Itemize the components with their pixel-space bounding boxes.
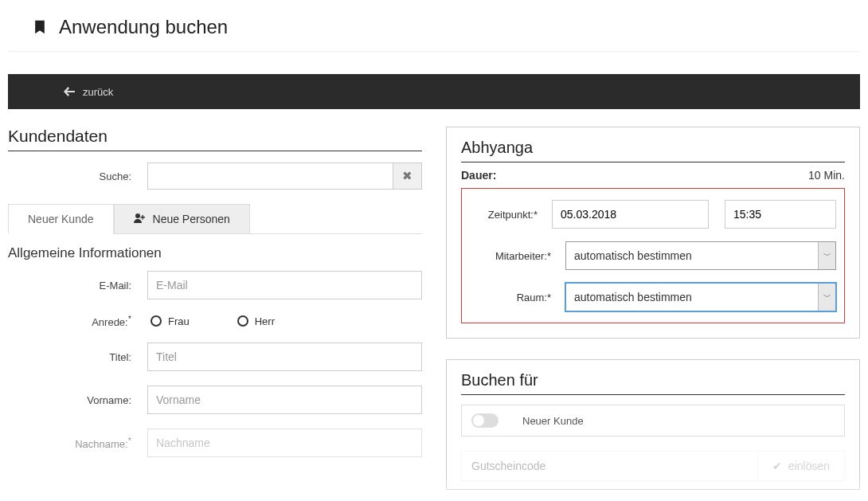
salutation-label: Anrede:* <box>8 314 147 328</box>
book-for-toggle-row: Neuer Kunde <box>461 405 845 436</box>
user-plus-icon <box>134 213 147 225</box>
radio-herr-label: Herr <box>255 315 275 327</box>
search-field-wrap: ✖ <box>147 162 422 190</box>
nachname-input[interactable] <box>147 429 422 457</box>
search-input[interactable] <box>148 163 393 189</box>
nachname-label: Nachname:* <box>8 436 147 450</box>
duration-row: Dauer: 10 Min. <box>461 169 845 182</box>
toggle-knob <box>473 415 484 426</box>
duration-value: 10 Min. <box>808 169 845 182</box>
titel-label: Titel: <box>8 351 147 363</box>
back-label: zurück <box>83 86 113 98</box>
mitarbeiter-value: automatisch bestimmen <box>566 242 818 269</box>
raum-label: Raum:* <box>462 292 565 303</box>
duration-label: Dauer: <box>461 169 496 182</box>
search-row: Suche: ✖ <box>8 162 422 190</box>
raum-value: automatisch bestimmen <box>566 284 818 311</box>
titel-input[interactable] <box>147 342 422 371</box>
radio-herr[interactable]: Herr <box>237 315 275 327</box>
zeitpunkt-label: Zeitpunkt:* <box>462 209 552 221</box>
customer-data-column: Kundendaten Suche: ✖ Neuer Kunde Neue Pe… <box>8 127 422 501</box>
chevron-down-icon: ﹀ <box>818 242 835 269</box>
back-bar[interactable]: zurück <box>8 74 860 109</box>
vorname-input[interactable] <box>147 386 422 414</box>
svg-point-0 <box>135 213 140 218</box>
close-icon: ✖ <box>402 169 412 183</box>
email-input[interactable] <box>147 271 422 299</box>
radio-frau-label: Frau <box>168 315 190 327</box>
nachname-row: Nachname:* <box>8 429 422 457</box>
booking-column: Abhyanga Dauer: 10 Min. Zeitpunkt:* Mita… <box>446 127 860 501</box>
booking-details-box: Zeitpunkt:* Mitarbeiter:* automatisch be… <box>461 188 845 323</box>
zeitpunkt-date-input[interactable] <box>552 200 709 229</box>
customer-tabs: Neuer Kunde Neue Personen <box>8 204 422 234</box>
check-icon: ✔ <box>772 460 782 472</box>
treatment-title: Abhyanga <box>461 139 845 162</box>
bookmark-icon <box>32 18 48 36</box>
book-for-panel: Buchen für Neuer Kunde ✔ einlösen <box>446 359 860 490</box>
arrow-left-icon <box>64 87 75 96</box>
general-info-heading: Allgemeine Informationen <box>8 245 422 261</box>
radio-icon <box>151 315 162 327</box>
tab-new-persons-label: Neue Personen <box>153 213 230 225</box>
raum-select[interactable]: automatisch bestimmen ﹀ <box>565 283 836 311</box>
search-label: Suche: <box>8 170 147 182</box>
redeem-label: einlösen <box>788 460 830 472</box>
tab-new-persons[interactable]: Neue Personen <box>114 204 250 233</box>
redeem-button[interactable]: ✔ einlösen <box>757 452 844 480</box>
voucher-row: ✔ einlösen <box>461 451 845 481</box>
tab-new-customer[interactable]: Neuer Kunde <box>8 204 114 234</box>
email-row: E-Mail: <box>8 271 422 299</box>
mitarbeiter-label: Mitarbeiter:* <box>462 250 565 262</box>
page-title: Anwendung buchen <box>59 16 228 38</box>
clear-search-button[interactable]: ✖ <box>393 163 421 189</box>
mitarbeiter-row: Mitarbeiter:* automatisch bestimmen ﹀ <box>462 241 836 270</box>
treatment-panel: Abhyanga Dauer: 10 Min. Zeitpunkt:* Mita… <box>446 127 860 339</box>
vorname-label: Vorname: <box>8 394 147 406</box>
voucher-input[interactable] <box>462 452 757 480</box>
zeitpunkt-time-input[interactable] <box>725 200 836 229</box>
vorname-row: Vorname: <box>8 386 422 414</box>
radio-frau[interactable]: Frau <box>151 315 190 327</box>
book-for-toggle-label: Neuer Kunde <box>522 415 584 427</box>
radio-icon <box>237 315 248 327</box>
titel-row: Titel: <box>8 342 422 371</box>
email-label: E-Mail: <box>8 280 147 292</box>
book-for-heading: Buchen für <box>461 371 845 395</box>
chevron-down-icon: ﹀ <box>818 284 835 311</box>
raum-row: Raum:* automatisch bestimmen ﹀ <box>462 283 836 311</box>
salutation-row: Anrede:* Frau Herr <box>8 314 422 328</box>
page-header: Anwendung buchen <box>8 0 860 52</box>
mitarbeiter-select[interactable]: automatisch bestimmen ﹀ <box>565 241 836 270</box>
customer-data-heading: Kundendaten <box>8 127 422 151</box>
zeitpunkt-row: Zeitpunkt:* <box>462 200 836 229</box>
tab-new-customer-label: Neuer Kunde <box>28 213 94 225</box>
new-customer-toggle[interactable] <box>471 413 499 428</box>
